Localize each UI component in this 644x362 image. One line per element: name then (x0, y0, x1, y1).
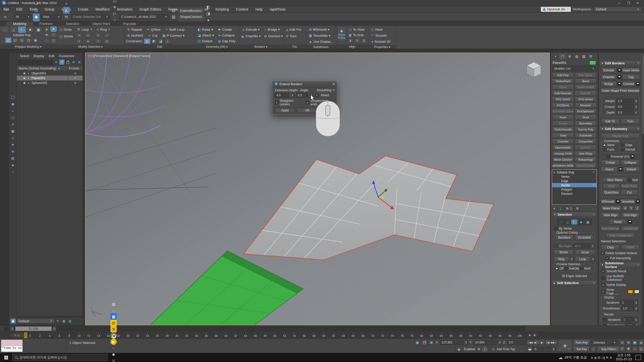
object-color-swatch[interactable] (589, 61, 596, 65)
stack-item[interactable]: ▼ Vertex ☾ (552, 174, 596, 179)
border-tool-button[interactable]: ∩Bridge ▾ (263, 27, 284, 32)
extrude-button[interactable]: Extrude (601, 68, 617, 73)
straighten-corners-checkbox[interactable]: ✓ (275, 101, 278, 104)
edit-tri-button[interactable]: Edit Tri. (601, 119, 620, 124)
geometry-tool-button[interactable]: ✱Create (217, 27, 237, 32)
geometry-tool-button[interactable]: ≋Collapse (217, 32, 237, 38)
tessellate-settings-icon[interactable] (636, 200, 640, 203)
align-tool-button[interactable]: ▢To View (347, 27, 367, 32)
modifier-button[interactable]: TurboSmooth (552, 127, 574, 132)
occluded-button[interactable]: Occluded (575, 235, 593, 240)
slice-plane-button[interactable]: Slice Plane (603, 177, 627, 183)
selection-lock-icon[interactable]: ▣ (415, 340, 420, 345)
key-filters-button[interactable]: Key Filters... (597, 346, 622, 352)
subobject-level-icon[interactable]: ☾ (571, 219, 577, 224)
cage-color-swatch[interactable] (628, 290, 633, 293)
poly-tool-icon[interactable]: ◲ (19, 38, 25, 43)
scene-object-row[interactable]: ⌐◉● Object001 ❄ (17, 71, 83, 76)
layer-select[interactable]: Default▼ (17, 319, 54, 324)
isoline-display-checkbox[interactable]: ✓ (601, 283, 605, 287)
constraint-face-radio[interactable] (603, 148, 606, 151)
project-path-field[interactable]: C:\Users\JI...ds Max 2022▼ (119, 14, 169, 20)
subdivision-tool-button[interactable]: ▦Tessellate ▾ (308, 33, 332, 38)
modifier-button[interactable]: Mesh Cleaner (552, 157, 574, 162)
menu-item[interactable]: Graph Editors (136, 6, 165, 12)
display-filter-icon[interactable]: ◈ (10, 163, 16, 167)
axis-button[interactable]: Y (354, 38, 360, 43)
modifier-button[interactable]: FFD 4x4x4 (575, 97, 596, 102)
bridge-settings-icon[interactable] (618, 82, 621, 86)
prev-key-icon[interactable]: ◀ (527, 333, 532, 337)
display-filter-icon[interactable]: ◒ (10, 108, 16, 113)
section-label[interactable]: Modify Selection ▾ (57, 44, 124, 49)
command-panel-tab[interactable]: + (552, 54, 559, 59)
stack-item[interactable]: ▼ Element ☾ (552, 192, 596, 196)
connect-settings-icon[interactable] (636, 82, 640, 86)
ring-tool-icon[interactable]: ⚡ (95, 39, 101, 44)
modifier-button[interactable]: Bend (575, 78, 596, 84)
filter-icon[interactable]: ▽ (59, 60, 64, 65)
reset-plane-button[interactable]: Reset Plane (621, 184, 638, 189)
x-button[interactable]: X (623, 206, 628, 211)
detach-button[interactable]: Detach (623, 167, 640, 172)
visibility-eye-icon[interactable]: ◉ (22, 72, 26, 75)
selection-rollout-header[interactable]: ▼Selection⠿ (552, 212, 597, 217)
modifier-button[interactable]: Surface (575, 145, 596, 150)
notification-center-icon[interactable] (635, 355, 641, 360)
show-end-result-icon[interactable]: ⊥ (559, 207, 562, 210)
modifier-button[interactable]: Edit Poly (552, 72, 574, 78)
frozen-column-header[interactable]: Frozen (67, 66, 83, 70)
backface-button[interactable]: Backface (555, 235, 574, 240)
ring-button[interactable]: Ring (554, 256, 569, 262)
repeat-last-button[interactable]: Repeat Last (601, 133, 640, 139)
turn-button[interactable]: Turn (621, 119, 639, 124)
copy-button[interactable]: Copy (601, 245, 620, 250)
playback-button[interactable]: ❘◀◀ (527, 340, 533, 345)
onoff-icon[interactable]: ☾ (593, 184, 595, 187)
maximize-button[interactable]: ❐ (627, 1, 630, 5)
modifier-button[interactable]: Twist (552, 133, 574, 138)
frozen-cell-icon[interactable]: ❄ (68, 71, 83, 76)
loop-tool-icon[interactable]: ≖ (85, 39, 91, 44)
ribbon-tab[interactable]: Object Paint (86, 22, 117, 26)
slice-button[interactable]: Slice (603, 184, 620, 189)
grow-button[interactable]: ◰Grow (58, 27, 74, 32)
zoom-extents-icon[interactable]: ▣ (632, 340, 638, 345)
toolbar-icon[interactable]: ≋ (111, 4, 118, 10)
mini-curve-editor-button[interactable]: ≡ ∿ (10, 333, 24, 338)
modifier-button[interactable]: Bevel Profile (575, 84, 596, 90)
previous-frame-button[interactable]: < (10, 326, 14, 331)
edit-geometry-rollout-header[interactable]: ▼Edit Geometry⠿ (599, 126, 641, 131)
tray-expand-icon[interactable]: ∧ (591, 356, 593, 359)
subdivision-surface-rollout-header[interactable]: ▼Subdivision Surface⠿ (599, 262, 641, 267)
key-mode-toggle[interactable]: ◀▶ (527, 346, 533, 352)
constraint-edge-radio[interactable] (621, 144, 624, 147)
modifier-button[interactable]: FFD 3x3x3 (552, 97, 574, 102)
loop-tool-icon[interactable]: + (76, 33, 82, 38)
display-filter-icon[interactable]: ▢ (10, 115, 16, 120)
command-panel-tab[interactable]: ◠ (559, 54, 566, 59)
poly-tool-icon[interactable]: ◰ (5, 38, 11, 43)
reference-coordinate-select[interactable]: View▼ (41, 14, 62, 20)
zoom-all-icon[interactable]: ⊛ (626, 340, 631, 345)
toolbar-icon[interactable]: ◉ (33, 14, 39, 20)
axis-button[interactable]: Z (361, 38, 367, 43)
attach-settings-icon[interactable] (619, 167, 622, 171)
subobject-mode-button[interactable]: ∴ (2, 27, 9, 33)
make-unique-icon[interactable]: ⧉ (566, 207, 569, 210)
constraint-none-radio[interactable] (603, 144, 606, 147)
render-iterations-field[interactable]: 0 (622, 317, 634, 322)
modifier-button[interactable]: PathDeform (WSM) (552, 163, 574, 168)
lock-icon[interactable] (65, 60, 70, 65)
time-slider-track[interactable] (4, 326, 525, 331)
y-button[interactable]: Y (629, 206, 634, 211)
zero-badge[interactable]: 0 (482, 347, 487, 351)
visibility-eye-icon[interactable]: ◉ (22, 81, 26, 84)
command-panel-tab[interactable]: ⊚ (567, 54, 573, 59)
chamfer-settings-icon[interactable] (618, 75, 621, 79)
ribbon-tab[interactable]: Modeling (7, 22, 33, 26)
soft-selection-rollout-header[interactable]: ▶Soft Selection⠿ (552, 280, 597, 286)
section-label[interactable]: Tris (283, 44, 306, 49)
list-view-icon[interactable]: ▤ (67, 319, 72, 324)
ribbon-tab[interactable]: Selection (59, 22, 86, 26)
